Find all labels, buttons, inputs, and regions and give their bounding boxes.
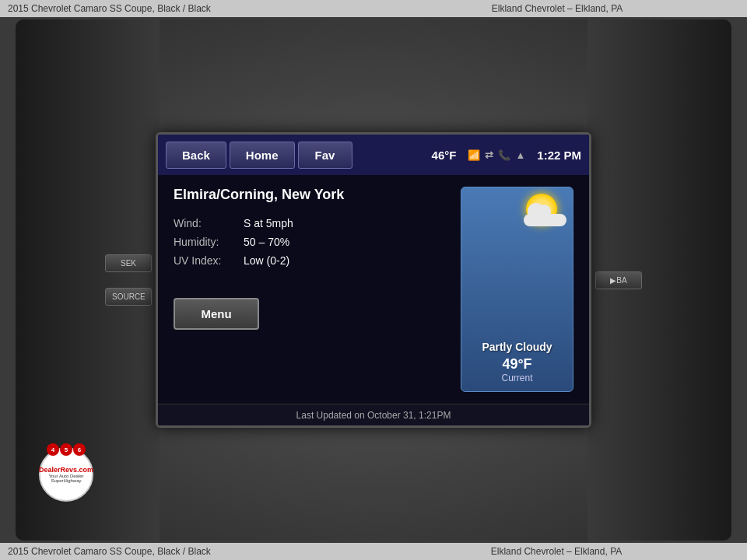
left-panel: Elmira/Corning, New York Wind: S at 5mph… [174,187,445,392]
bottom-car-title: 2015 Chevrolet Camaro SS Coupe, [8,546,155,557]
nav-bar: Back Home Fav 46°F 📶 ⇄ 📞 ▲ 1:22 PM [158,135,589,175]
back-dash-button[interactable]: ▶BA [595,271,642,289]
status-area: 46°F 📶 ⇄ 📞 ▲ 1:22 PM [432,149,581,162]
uv-label: UV Index: [174,254,236,267]
badge-6: 6 [73,443,86,456]
watermark-wrapper: 4 5 6 DealerRevs.com Your Auto Dealer Su… [39,447,93,502]
current-label: Current [501,373,532,383]
menu-button[interactable]: Menu [174,298,259,330]
bottom-dealer: Elkland Chevrolet – Elkland, PA [374,546,739,557]
time-display: 1:22 PM [537,149,581,162]
badge-5: 5 [60,443,72,456]
weather-condition: Partly Cloudy [482,341,552,353]
wifi-icon: 📶 [468,149,480,161]
uv-value: Low (0-2) [244,254,289,267]
phone-icon: 📞 [498,149,510,161]
watermark-line1: DealerRevs [39,466,77,474]
humidity-value: 50 – 70% [244,236,289,248]
humidity-row: Humidity: 50 – 70% [174,236,445,248]
icons-row: 📶 ⇄ 📞 ▲ [468,149,525,161]
infotainment-screen: Back Home Fav 46°F 📶 ⇄ 📞 ▲ 1:22 PM [156,132,591,428]
bottom-car-color: Black / Black [157,546,211,557]
weather-card: Partly Cloudy 49°F Current [461,187,573,392]
seek-button[interactable]: SEK [105,254,152,272]
top-bar: 2015 Chevrolet Camaro SS Coupe, Black / … [0,0,747,17]
cloud-icon [520,205,566,226]
watermark-brand: DealerRevs.com [39,466,93,474]
humidity-label: Humidity: [174,236,236,248]
watermark-text-block: DealerRevs.com Your Auto Dealer SuperHig… [39,466,93,484]
watermark-sub: Your Auto Dealer SuperHighway [39,474,93,483]
temperature-display: 46°F [432,149,457,162]
content-area: Elmira/Corning, New York Wind: S at 5mph… [158,175,589,404]
shuffle-icon: ⇄ [485,149,493,161]
watermark-area: 4 5 6 DealerRevs.com Your Auto Dealer Su… [39,447,93,502]
bottom-bar: 2015 Chevrolet Camaro SS Coupe, Black / … [0,543,747,560]
dealer-info: Elkland Chevrolet – Elkland, PA [375,3,739,14]
cloud-body [524,214,566,226]
main-content: SEK SOURCE Back Home Fav 46°F 📶 ⇄ [0,17,747,543]
bluetooth-icon: ▲ [515,149,525,161]
dashboard: SEK SOURCE Back Home Fav 46°F 📶 ⇄ [16,19,731,541]
bottom-bar-title: 2015 Chevrolet Camaro SS Coupe, Black / … [8,546,374,557]
top-bar-title: 2015 Chevrolet Camaro SS Coupe, Black / … [8,3,372,14]
watermark-line2: .com [77,466,93,474]
badge-4: 4 [47,443,59,456]
home-button[interactable]: Home [230,142,295,169]
location-title: Elmira/Corning, New York [174,187,445,203]
screen-content: Back Home Fav 46°F 📶 ⇄ 📞 ▲ 1:22 PM [158,135,589,425]
back-button[interactable]: Back [166,142,226,169]
fav-button[interactable]: Fav [298,142,352,169]
right-controls: ▶BA [587,19,731,541]
weather-temp: 49°F [502,356,531,373]
wind-label: Wind: [174,217,236,229]
last-updated: Last Updated on October 31, 1:21PM [296,410,451,421]
car-title: 2015 Chevrolet Camaro SS Coupe, [8,3,155,14]
wind-value: S at 5mph [244,217,293,229]
wind-row: Wind: S at 5mph [174,217,445,229]
weather-details: Wind: S at 5mph Humidity: 50 – 70% UV In… [174,217,445,267]
car-color: Black / Black [157,3,211,14]
status-footer: Last Updated on October 31, 1:21PM [158,404,589,425]
uv-row: UV Index: Low (0-2) [174,254,445,267]
source-button[interactable]: SOURCE [105,288,152,306]
